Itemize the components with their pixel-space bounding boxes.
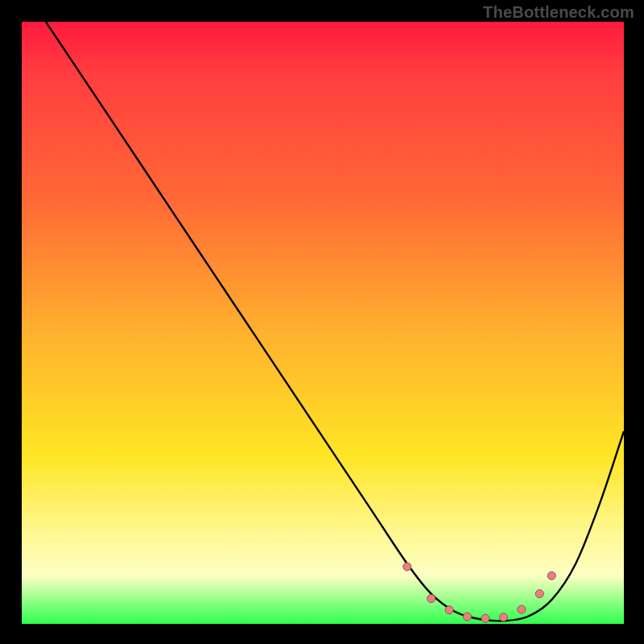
watermark-text: TheBottleneck.com [483, 3, 634, 22]
plot-area [22, 22, 624, 624]
heat-gradient [22, 22, 624, 624]
chart-stage: TheBottleneck.com [0, 0, 644, 644]
